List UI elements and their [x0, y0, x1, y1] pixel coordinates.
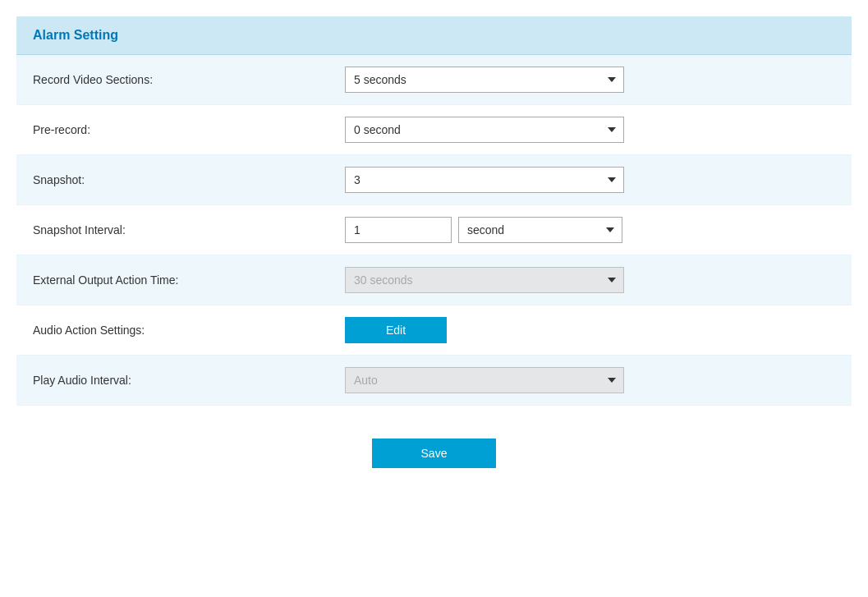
- page-title: Alarm Setting: [33, 28, 118, 42]
- row-snapshot: Snapshot: 1 2 3 4 5: [16, 155, 852, 205]
- page-header: Alarm Setting: [16, 16, 852, 55]
- control-snapshot: 1 2 3 4 5: [345, 167, 624, 193]
- row-play-audio-interval: Play Audio Interval: Auto 1 second 2 sec…: [16, 356, 852, 406]
- row-external-output-action-time: External Output Action Time: 30 seconds …: [16, 255, 852, 305]
- label-record-video-sections: Record Video Sections:: [33, 73, 345, 86]
- select-wrapper-snapshot-interval-unit: second seconds minutes: [458, 217, 622, 243]
- form-body: Record Video Sections: 5 seconds 10 seco…: [16, 55, 852, 406]
- control-audio-action-settings: Edit: [345, 317, 447, 343]
- save-button[interactable]: Save: [372, 439, 497, 468]
- row-snapshot-interval: Snapshot Interval: second seconds minute…: [16, 205, 852, 255]
- control-play-audio-interval: Auto 1 second 2 seconds 5 seconds 10 sec…: [345, 367, 624, 393]
- select-wrapper-snapshot: 1 2 3 4 5: [345, 167, 624, 193]
- label-snapshot: Snapshot:: [33, 173, 345, 186]
- select-play-audio-interval[interactable]: Auto 1 second 2 seconds 5 seconds 10 sec…: [345, 367, 624, 393]
- control-pre-record: 0 second 1 second 2 seconds 3 seconds 4 …: [345, 117, 624, 143]
- select-external-output-action-time[interactable]: 30 seconds 60 seconds 90 seconds 120 sec…: [345, 267, 624, 293]
- select-wrapper-record-video-sections: 5 seconds 10 seconds 15 seconds 20 secon…: [345, 67, 624, 93]
- label-play-audio-interval: Play Audio Interval:: [33, 374, 345, 387]
- control-external-output-action-time: 30 seconds 60 seconds 90 seconds 120 sec…: [345, 267, 624, 293]
- page-container: Alarm Setting Record Video Sections: 5 s…: [16, 16, 852, 501]
- select-wrapper-pre-record: 0 second 1 second 2 seconds 3 seconds 4 …: [345, 117, 624, 143]
- label-audio-action-settings: Audio Action Settings:: [33, 324, 345, 337]
- label-snapshot-interval: Snapshot Interval:: [33, 223, 345, 237]
- input-snapshot-interval[interactable]: [345, 217, 452, 243]
- control-snapshot-interval: second seconds minutes: [345, 217, 622, 243]
- edit-audio-action-button[interactable]: Edit: [345, 317, 447, 343]
- row-pre-record: Pre-record: 0 second 1 second 2 seconds …: [16, 105, 852, 155]
- label-pre-record: Pre-record:: [33, 123, 345, 136]
- select-wrapper-play-audio-interval: Auto 1 second 2 seconds 5 seconds 10 sec…: [345, 367, 624, 393]
- select-record-video-sections[interactable]: 5 seconds 10 seconds 15 seconds 20 secon…: [345, 67, 624, 93]
- select-wrapper-external-output-action-time: 30 seconds 60 seconds 90 seconds 120 sec…: [345, 267, 624, 293]
- select-snapshot-interval-unit[interactable]: second seconds minutes: [458, 217, 622, 243]
- row-audio-action-settings: Audio Action Settings: Edit: [16, 305, 852, 356]
- label-external-output-action-time: External Output Action Time:: [33, 273, 345, 287]
- select-pre-record[interactable]: 0 second 1 second 2 seconds 3 seconds 4 …: [345, 117, 624, 143]
- save-section: Save: [16, 406, 852, 501]
- select-snapshot[interactable]: 1 2 3 4 5: [345, 167, 624, 193]
- control-record-video-sections: 5 seconds 10 seconds 15 seconds 20 secon…: [345, 67, 624, 93]
- row-record-video-sections: Record Video Sections: 5 seconds 10 seco…: [16, 55, 852, 105]
